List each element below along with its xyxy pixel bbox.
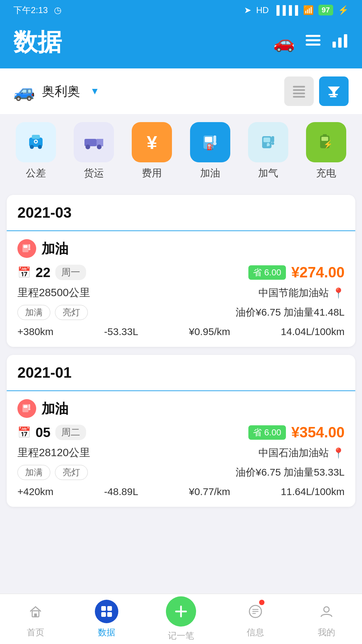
location-icon: 📍 bbox=[332, 287, 345, 299]
category-gas[interactable]: 加气 bbox=[248, 122, 288, 180]
record-mileage-row: 里程28500公里 中国节能加油站 📍 bbox=[17, 285, 345, 300]
svg-rect-15 bbox=[32, 135, 40, 139]
status-time: 下午2:13 bbox=[13, 4, 48, 16]
svg-rect-34 bbox=[323, 134, 327, 136]
record-date: 22 bbox=[36, 265, 51, 280]
nav-add-label: 记一笔 bbox=[168, 630, 194, 642]
stat-distance: +380km bbox=[17, 326, 54, 337]
svg-rect-49 bbox=[101, 612, 106, 617]
nav-home[interactable]: 首页 bbox=[24, 600, 47, 638]
nav-mine-label: 我的 bbox=[318, 627, 335, 638]
station-name: 中国石油加油站 bbox=[258, 446, 329, 460]
filter-button[interactable] bbox=[319, 76, 349, 106]
svg-rect-47 bbox=[101, 606, 106, 611]
svg-rect-46 bbox=[34, 613, 37, 617]
record-card[interactable]: 加油 📅 05 周二 省 6.00 ¥354.00 里程28120公里 中国石油… bbox=[7, 391, 355, 507]
save-badge: 省 6.00 bbox=[248, 265, 286, 280]
svg-rect-43 bbox=[28, 404, 30, 408]
svg-point-58 bbox=[324, 607, 329, 612]
stat-fuel-per-100: 11.64L/100km bbox=[281, 486, 345, 497]
fuel-label: 加油 bbox=[200, 166, 220, 180]
mileage-text: 里程28500公里 bbox=[17, 285, 90, 300]
calendar-icon: 📅 bbox=[17, 426, 31, 439]
tag-full: 加满 bbox=[17, 465, 50, 480]
svg-rect-6 bbox=[344, 34, 347, 48]
nav-mine[interactable]: 我的 bbox=[315, 600, 338, 638]
category-cost[interactable]: ¥ 费用 bbox=[132, 122, 172, 180]
category-tabs: 公差 货运 ¥ 费用 ⛽ 加油 bbox=[0, 114, 362, 188]
svg-point-16 bbox=[30, 145, 34, 149]
charge-label: 充电 bbox=[316, 166, 336, 180]
list-icon[interactable] bbox=[304, 32, 322, 53]
month-group-2021-03: 2021-03 加油 📅 22 周一 省 6.00 ¥274.00 bbox=[7, 195, 355, 347]
stat-cost-per-km: ¥0.77/km bbox=[189, 486, 230, 497]
car-list-icon[interactable]: 🚗 bbox=[273, 32, 295, 53]
month-group-2021-01: 2021-01 加油 📅 05 周二 省 6.00 ¥354.00 bbox=[7, 355, 355, 507]
record-stats-row: +420km -48.89L ¥0.77/km 11.64L/100km bbox=[17, 486, 345, 497]
mileage-text: 里程28120公里 bbox=[17, 445, 90, 460]
svg-rect-1 bbox=[306, 39, 320, 41]
svg-rect-2 bbox=[306, 44, 320, 46]
record-type-name: 加油 bbox=[42, 239, 68, 258]
car-icon: 🚙 bbox=[13, 81, 35, 102]
record-mileage-row: 里程28120公里 中国石油加油站 📍 bbox=[17, 445, 345, 460]
info-notification-dot bbox=[259, 600, 264, 605]
stat-cost-per-km: ¥0.95/km bbox=[189, 326, 230, 337]
nav-home-label: 首页 bbox=[27, 627, 44, 638]
weekday-badge: 周二 bbox=[55, 425, 86, 440]
weekday-badge: 周一 bbox=[55, 265, 86, 280]
fuel-detail: 油价¥6.75 加油量53.33L bbox=[236, 466, 345, 479]
vehicle-selector[interactable]: 🚙 奥利奥 ▼ bbox=[0, 68, 362, 114]
fuel-type-icon bbox=[17, 239, 36, 258]
stat-fuel-used: -48.89L bbox=[104, 486, 138, 497]
user-icon bbox=[315, 600, 338, 623]
svg-text:⛽: ⛽ bbox=[206, 143, 214, 151]
fuel-detail: 油价¥6.75 加油量41.48L bbox=[236, 306, 345, 319]
month-header: 2021-03 bbox=[7, 195, 355, 231]
bottom-navigation: 首页 数据 记一笔 bbox=[0, 594, 362, 644]
chart-icon[interactable] bbox=[331, 32, 349, 53]
category-trip[interactable]: 公差 bbox=[16, 122, 56, 180]
category-fuel[interactable]: ⛽ 加油 bbox=[190, 122, 230, 180]
svg-point-32 bbox=[272, 142, 274, 145]
freight-icon-wrap bbox=[74, 122, 114, 162]
gas-label: 加气 bbox=[258, 166, 278, 180]
stat-distance: +420km bbox=[17, 486, 54, 497]
wifi-icon: 📶 bbox=[303, 5, 314, 15]
tag-light: 亮灯 bbox=[55, 305, 88, 320]
record-tags-row: 加满 亮灯 油价¥6.75 加油量41.48L bbox=[17, 305, 345, 320]
nav-add[interactable]: 记一笔 bbox=[166, 596, 196, 642]
svg-rect-8 bbox=[293, 89, 305, 91]
nav-info-label: 信息 bbox=[247, 627, 264, 638]
battery-indicator: 97 bbox=[318, 5, 333, 15]
location-icon: ➤ bbox=[244, 5, 251, 15]
category-freight[interactable]: 货运 bbox=[74, 122, 114, 180]
cost-label: 费用 bbox=[142, 166, 162, 180]
nav-info[interactable]: 信息 bbox=[244, 600, 267, 638]
svg-rect-31 bbox=[272, 136, 274, 142]
svg-rect-42 bbox=[23, 405, 27, 408]
svg-rect-39 bbox=[28, 244, 30, 248]
svg-point-23 bbox=[97, 145, 102, 149]
signal-bars-icon: ▐▐▐▐ bbox=[274, 5, 298, 15]
svg-rect-48 bbox=[107, 606, 112, 611]
add-icon bbox=[166, 596, 196, 627]
stat-fuel-used: -53.33L bbox=[104, 326, 138, 337]
record-date-row: 📅 05 周二 省 6.00 ¥354.00 bbox=[17, 424, 345, 441]
category-charge[interactable]: ⚡ 充电 bbox=[306, 122, 346, 180]
svg-rect-20 bbox=[84, 139, 97, 146]
svg-rect-30 bbox=[263, 138, 270, 142]
month-header: 2021-01 bbox=[7, 355, 355, 391]
charging-icon: ⚡ bbox=[338, 5, 349, 15]
station-name: 中国节能加油站 bbox=[258, 286, 329, 300]
record-card[interactable]: 加油 📅 22 周一 省 6.00 ¥274.00 里程28500公里 中国节能… bbox=[7, 231, 355, 347]
freight-label: 货运 bbox=[84, 166, 104, 180]
price-amount: ¥354.00 bbox=[291, 424, 345, 441]
list-view-button[interactable] bbox=[284, 76, 314, 106]
svg-rect-9 bbox=[293, 93, 305, 94]
status-bar: 下午2:13 ◷ ➤ HD ▐▐▐▐ 📶 97 ⚡ bbox=[0, 0, 362, 20]
alarm-icon: ◷ bbox=[54, 5, 62, 15]
fuel-icon-wrap: ⛽ bbox=[190, 122, 230, 162]
stat-fuel-per-100: 14.04L/100km bbox=[281, 326, 345, 337]
nav-data[interactable]: 数据 bbox=[95, 600, 118, 638]
